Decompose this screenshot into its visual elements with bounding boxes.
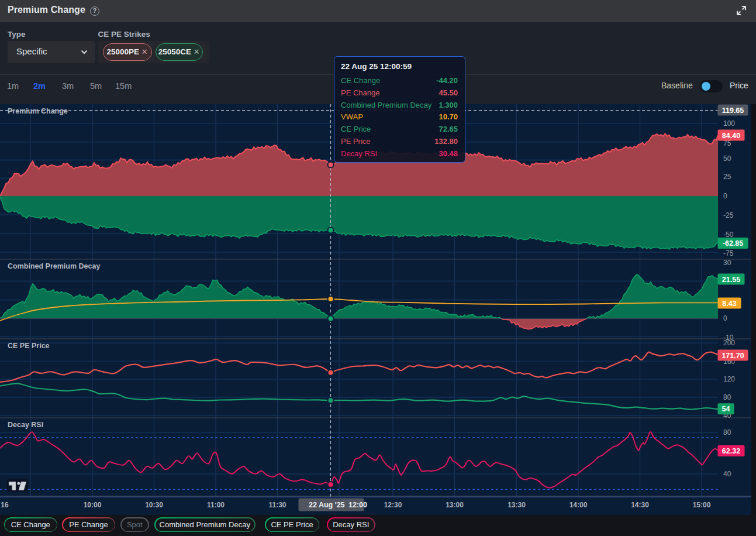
svg-text:171.70: 171.70 [722, 352, 744, 360]
svg-text:Decay RSI: Decay RSI [8, 421, 43, 429]
svg-text:12:00: 12:00 [348, 501, 367, 509]
svg-text:80: 80 [723, 393, 731, 401]
svg-text:-75: -75 [723, 249, 734, 257]
svg-text:12:30: 12:30 [384, 501, 402, 509]
svg-text:62.32: 62.32 [722, 447, 740, 455]
svg-text:54: 54 [722, 405, 730, 413]
svg-text:50: 50 [723, 154, 731, 163]
svg-text:11:00: 11:00 [207, 501, 225, 509]
svg-text:-62.85: -62.85 [723, 239, 743, 248]
svg-text:13:30: 13:30 [508, 501, 526, 509]
svg-text:-25: -25 [723, 211, 734, 219]
svg-text:13:00: 13:00 [446, 501, 464, 509]
svg-text:21.55: 21.55 [722, 276, 740, 284]
svg-text:14:00: 14:00 [569, 501, 588, 509]
svg-text:10:30: 10:30 [145, 501, 163, 509]
svg-text:14:30: 14:30 [631, 501, 649, 509]
svg-text:16: 16 [1, 501, 9, 509]
svg-text:100: 100 [723, 119, 735, 128]
svg-text:0: 0 [723, 192, 727, 200]
svg-text:15:00: 15:00 [693, 501, 711, 509]
svg-text:CE PE Price: CE PE Price [8, 342, 50, 350]
svg-text:0: 0 [723, 314, 727, 322]
svg-text:120: 120 [723, 375, 735, 383]
svg-text:84.40: 84.40 [722, 132, 740, 140]
svg-text:25: 25 [723, 173, 731, 181]
svg-text:Combined Premium Decay: Combined Premium Decay [8, 262, 100, 270]
svg-text:Premium Change: Premium Change [8, 107, 68, 115]
svg-text:119.65: 119.65 [722, 106, 744, 115]
svg-text:-50: -50 [723, 231, 734, 239]
svg-text:11:30: 11:30 [268, 501, 286, 509]
svg-text:22 Aug '25: 22 Aug '25 [309, 501, 345, 509]
svg-text:30: 30 [723, 259, 731, 267]
svg-text:200: 200 [723, 339, 735, 347]
svg-text:10:00: 10:00 [84, 501, 102, 509]
svg-text:80: 80 [723, 428, 731, 437]
svg-text:8.43: 8.43 [722, 300, 736, 308]
svg-text:40: 40 [723, 470, 731, 478]
